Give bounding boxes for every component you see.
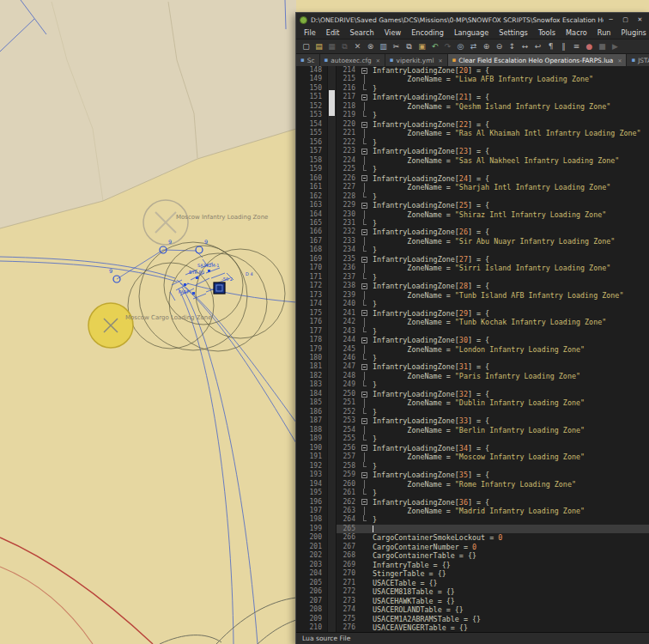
- code-text[interactable]: }: [369, 489, 649, 497]
- zoom-out-icon[interactable]: ⊖: [493, 40, 506, 53]
- close-button[interactable]: ✕: [633, 15, 647, 26]
- tab-close-icon[interactable]: ✕: [438, 58, 442, 64]
- code-text[interactable]: ZoneName = "Paris Infantry Loading Zone": [369, 372, 649, 380]
- code-text[interactable]: ZoneName = "London Infantry Loading Zone…: [369, 345, 649, 354]
- fold-collapse-icon[interactable]: [359, 93, 369, 101]
- fold-collapse-icon[interactable]: [359, 228, 369, 236]
- code-text[interactable]: InfantryLoadingZone[29] = {: [369, 309, 649, 318]
- code-line[interactable]: 259InfantryLoadingZone[35] = {: [337, 471, 649, 479]
- code-text[interactable]: CargoContainerNumber = 0: [369, 543, 649, 551]
- menu-encoding[interactable]: Encoding: [406, 28, 449, 37]
- code-text[interactable]: InfantryLoadingZone[20] = {: [369, 66, 649, 75]
- code-text[interactable]: }: [369, 327, 649, 336]
- record-macro-icon[interactable]: ●: [583, 40, 596, 53]
- code-text[interactable]: }: [369, 246, 649, 254]
- selected-unit-icon[interactable]: [214, 283, 225, 294]
- scrollbar-thumb[interactable]: [329, 90, 335, 116]
- code-line[interactable]: 270StingerTable = {}: [337, 569, 649, 578]
- code-text[interactable]: CargoContainerTable = {}: [369, 551, 649, 560]
- tab-sc[interactable]: ▪Sc: [296, 54, 320, 66]
- code-text[interactable]: USACEM1A2ABRAMSTable = {}: [369, 615, 649, 623]
- fold-collapse-icon[interactable]: [359, 390, 369, 398]
- indent-guide-icon[interactable]: ∥: [557, 40, 570, 53]
- code-text[interactable]: }: [369, 462, 649, 471]
- code-line[interactable]: 220InfantryLoadingZone[22] = {: [337, 120, 649, 129]
- code-pane[interactable]: 214InfantryLoadingZone[20] = {215 ZoneNa…: [337, 66, 649, 632]
- code-line[interactable]: 245 ZoneName = "London Infantry Loading …: [337, 345, 649, 354]
- undo-icon[interactable]: ↶: [428, 40, 441, 53]
- code-line[interactable]: 263 ZoneName = "Madrid Infantry Loading …: [337, 507, 649, 515]
- code-text[interactable]: ZoneName = "Tunb Island AFB Infantry Loa…: [369, 291, 649, 300]
- menu-language[interactable]: Language: [449, 28, 494, 37]
- code-line[interactable]: 257 ZoneName = "Moscow Infantry Loading …: [337, 453, 649, 461]
- code-text[interactable]: ZoneName = "Liwa AFB Infantry Loading Zo…: [369, 75, 649, 83]
- code-text[interactable]: USACETable = {}: [369, 579, 649, 587]
- new-file-icon[interactable]: ▢: [300, 40, 312, 53]
- sync-scroll-h-icon[interactable]: ↔: [519, 40, 531, 53]
- fold-collapse-icon[interactable]: [359, 255, 369, 264]
- code-text[interactable]: }: [369, 192, 649, 201]
- code-text[interactable]: ZoneName = "Sharjah Intl Infantry Loadin…: [369, 183, 649, 191]
- code-text[interactable]: }: [369, 408, 649, 416]
- code-text[interactable]: InfantryTable = {}: [369, 561, 649, 569]
- code-line[interactable]: 267CargoContainerNumber = 0: [337, 543, 649, 551]
- code-line[interactable]: 218 ZoneName = "Qeshm Island Infantry Lo…: [337, 102, 649, 111]
- code-line[interactable]: 253InfantryLoadingZone[33] = {: [337, 416, 649, 425]
- code-text[interactable]: ZoneName = "Dublin Infantry Loading Zone…: [369, 398, 649, 407]
- menu-run[interactable]: Run: [592, 28, 616, 37]
- code-line[interactable]: 235InfantryLoadingZone[27] = {: [337, 255, 649, 264]
- code-text[interactable]: ZoneName = "Ras Al Khaimah Intl Infantry…: [369, 129, 649, 137]
- pane-divider-scrollbar[interactable]: [328, 66, 337, 632]
- code-text[interactable]: ZoneName = "Sirri Island Infantry Loadin…: [369, 264, 649, 272]
- fold-collapse-icon[interactable]: [359, 416, 369, 425]
- code-text[interactable]: }: [369, 138, 649, 147]
- code-text[interactable]: ZoneName = "Berlin Infantry Loading Zone…: [369, 426, 649, 434]
- fold-collapse-icon[interactable]: [359, 147, 369, 155]
- code-line[interactable]: 255}: [337, 434, 649, 443]
- code-line[interactable]: 274USACEROLANDTable = {}: [337, 605, 649, 614]
- fold-collapse-icon[interactable]: [359, 336, 369, 344]
- code-line[interactable]: 222}: [337, 138, 649, 147]
- tab-autoexec-cfg[interactable]: ▪autoexec.cfg✕: [320, 54, 385, 66]
- code-text[interactable]: }: [369, 354, 649, 362]
- fold-collapse-icon[interactable]: [359, 471, 369, 479]
- zoom-in-icon[interactable]: ⊕: [480, 40, 493, 53]
- copy-icon[interactable]: ⧉: [403, 40, 415, 53]
- save-icon[interactable]: ▦: [325, 40, 338, 53]
- code-line[interactable]: 254 ZoneName = "Berlin Infantry Loading …: [337, 426, 649, 434]
- tab-jstar-awacs-lua[interactable]: ▪JSTAR-AWACS.lua✕: [627, 54, 649, 66]
- code-line[interactable]: 227 ZoneName = "Sharjah Intl Infantry Lo…: [337, 183, 649, 191]
- tab-close-icon[interactable]: ✕: [617, 58, 622, 64]
- code-text[interactable]: }: [369, 515, 649, 524]
- code-line[interactable]: 242 ZoneName = "Tunb Kochak Infantry Loa…: [337, 318, 649, 326]
- code-line[interactable]: 248 ZoneName = "Paris Infantry Loading Z…: [337, 372, 649, 380]
- cargo-loading-zone-circle[interactable]: [88, 303, 133, 348]
- code-text[interactable]: ZoneName = "Qeshm Island Infantry Loadin…: [369, 102, 649, 111]
- code-text[interactable]: USACEHAWKTable = {}: [369, 597, 649, 605]
- code-line[interactable]: 256InfantryLoadingZone[34] = {: [337, 444, 649, 453]
- code-line[interactable]: 228}: [337, 192, 649, 201]
- function-list-icon[interactable]: ≡: [570, 40, 583, 53]
- paste-icon[interactable]: ▣: [415, 40, 428, 53]
- menu-file[interactable]: File: [299, 28, 321, 37]
- tab-clear-field-escalation-helo-operations-farps-lua[interactable]: ▪Clear Field Escalation Helo Operations-…: [448, 54, 628, 66]
- code-text[interactable]: InfantryLoadingZone[26] = {: [369, 228, 649, 236]
- code-text[interactable]: }: [369, 434, 649, 443]
- code-line[interactable]: 239 ZoneName = "Tunb Island AFB Infantry…: [337, 291, 649, 300]
- menu-search[interactable]: Search: [345, 28, 379, 37]
- code-text[interactable]: InfantryLoadingZone[32] = {: [369, 390, 649, 398]
- code-line[interactable]: 221 ZoneName = "Ras Al Khaimah Intl Infa…: [337, 129, 649, 137]
- close-icon[interactable]: ✕: [351, 40, 364, 53]
- fold-collapse-icon[interactable]: [359, 120, 369, 129]
- code-line[interactable]: 244InfantryLoadingZone[30] = {: [337, 336, 649, 344]
- code-line[interactable]: 250InfantryLoadingZone[32] = {: [337, 390, 649, 398]
- code-text[interactable]: InfantryLoadingZone[21] = {: [369, 93, 649, 101]
- code-text[interactable]: [369, 525, 649, 533]
- code-text[interactable]: InfantryLoadingZone[30] = {: [369, 336, 649, 344]
- code-text[interactable]: }: [369, 84, 649, 93]
- code-line[interactable]: 223InfantryLoadingZone[23] = {: [337, 147, 649, 155]
- code-line[interactable]: 231}: [337, 219, 649, 228]
- tab-viperkit-yml[interactable]: ▪viperkit.yml✕: [385, 54, 448, 66]
- code-line[interactable]: 217InfantryLoadingZone[21] = {: [337, 93, 649, 101]
- code-text[interactable]: InfantryLoadingZone[25] = {: [369, 201, 649, 210]
